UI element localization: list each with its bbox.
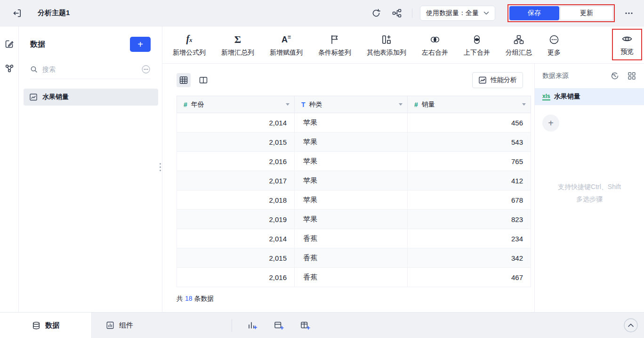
cell-type: 香蕉: [295, 229, 408, 248]
toolbar-item-group-summary[interactable]: 分组汇总: [506, 33, 532, 57]
toolbar-item-add-column-other-table[interactable]: 其他表添加列: [367, 33, 406, 57]
plus-icon: +: [137, 39, 143, 50]
cell-sales: 456: [408, 113, 531, 132]
column-filter-icon[interactable]: [522, 103, 526, 106]
cell-year: 2,015: [177, 248, 295, 268]
save-button[interactable]: 保存: [509, 6, 559, 20]
exit-icon: [12, 8, 22, 18]
cell-year: 2,014: [177, 113, 295, 132]
grid-view-icon: [179, 75, 188, 85]
cell-year: 2,014: [177, 229, 295, 248]
preview-eye-icon: [621, 33, 633, 44]
cell-year: 2,016: [177, 268, 295, 287]
formula-icon: fx: [186, 33, 192, 46]
table-header-row: # 年份 T 种类 #: [177, 96, 531, 113]
preview-button[interactable]: 预览: [612, 29, 642, 60]
save-update-highlight: 保存 更新: [507, 4, 615, 22]
cell-year: 2,015: [177, 132, 295, 152]
column-filter-icon[interactable]: [286, 103, 290, 106]
layout-grid-icon: [628, 72, 636, 80]
data-volume-dropdown[interactable]: 使用数据量：全量: [420, 6, 495, 21]
dataset-item[interactable]: 水果销量: [24, 89, 158, 106]
toolbar-item-merge-left-right[interactable]: 左右合并: [422, 33, 448, 57]
table-row[interactable]: 2,016 苹果 765: [177, 152, 531, 171]
cell-sales: 467: [408, 268, 531, 287]
lineage-icon: [392, 8, 402, 18]
table-row[interactable]: 2,018 苹果 678: [177, 190, 531, 210]
app: 分析主题1 使用数据量：全量 保存 更新: [0, 0, 644, 338]
strip-flow-button[interactable]: [2, 61, 16, 75]
shortcut-hint: 支持快捷键Ctrl、Shift 多选步骤: [535, 181, 644, 205]
toolbar-item-more[interactable]: 更多: [547, 33, 561, 57]
dataset-chart-icon: [29, 93, 38, 101]
merge-top-bottom-icon: [472, 34, 482, 45]
exit-button[interactable]: [9, 6, 24, 21]
cell-type: 香蕉: [295, 268, 408, 287]
panel-resize-handle[interactable]: [160, 163, 161, 171]
add-column-icon: [381, 34, 392, 45]
data-sidebar: 数据 + 水果销量: [19, 26, 162, 312]
bottom-bar-divider: [232, 319, 232, 332]
refresh-icon: [371, 8, 381, 18]
card-view-toggle[interactable]: [196, 73, 210, 87]
table-add-icon: [300, 320, 310, 330]
group-summary-icon: [514, 34, 524, 45]
component-chart-icon: [106, 321, 114, 330]
column-header-sales[interactable]: # 销量: [408, 96, 531, 113]
history-button[interactable]: [609, 70, 620, 82]
source-step-item[interactable]: xls 水果销量: [535, 88, 644, 105]
toolbar-item-merge-top-bottom[interactable]: 上下合并: [464, 33, 490, 57]
search-icon: [30, 66, 38, 73]
add-table-button[interactable]: [298, 318, 313, 333]
table-row[interactable]: 2,015 苹果 543: [177, 132, 531, 152]
tab-component[interactable]: 组件: [92, 313, 147, 338]
chart-add-icon: [247, 320, 258, 330]
table-row[interactable]: 2,015 香蕉 342: [177, 248, 531, 268]
arrange-steps-button[interactable]: [626, 70, 637, 82]
card-add-icon: [274, 320, 284, 330]
bottom-bar: 数据 组件: [0, 312, 644, 338]
more-button[interactable]: [621, 6, 636, 21]
cell-type: 苹果: [295, 210, 408, 229]
cell-sales: 765: [408, 152, 531, 171]
column-filter-icon[interactable]: [399, 103, 402, 106]
tab-data[interactable]: 数据: [0, 313, 92, 338]
toolbar-item-assign-column[interactable]: A= 新增赋值列: [270, 33, 303, 57]
add-dataset-button[interactable]: +: [130, 37, 151, 52]
performance-analysis-button[interactable]: 性能分析: [472, 72, 523, 88]
search-input[interactable]: [42, 66, 137, 73]
search-more-button[interactable]: [141, 65, 151, 74]
collapse-button[interactable]: [623, 318, 638, 333]
table-row[interactable]: 2,017 苹果 412: [177, 171, 531, 190]
column-header-type[interactable]: T 种类: [295, 96, 408, 113]
lineage-button[interactable]: [389, 6, 404, 21]
toolbar-item-condition-tag-column[interactable]: 条件标签列: [318, 33, 351, 57]
edit-icon: [5, 39, 14, 49]
table-row[interactable]: 2,019 苹果 823: [177, 210, 531, 229]
update-button[interactable]: 更新: [560, 6, 613, 20]
add-chart-button[interactable]: [245, 318, 260, 333]
cell-sales: 543: [408, 132, 531, 152]
table-body: 2,014 苹果 456 2,015 苹果 543 2,016 苹果 765: [177, 113, 531, 287]
column-header-year[interactable]: # 年份: [177, 96, 295, 113]
page-title: 分析主题1: [38, 8, 70, 17]
table-workspace: 性能分析 # 年份 T 种类: [162, 64, 534, 312]
cell-year: 2,019: [177, 210, 295, 229]
strip-edit-button[interactable]: [2, 37, 16, 51]
add-card-button[interactable]: [271, 318, 286, 333]
cell-sales: 823: [408, 210, 531, 229]
table-row[interactable]: 2,014 苹果 456: [177, 113, 531, 132]
toolbar-item-summary-column[interactable]: Σ 新增汇总列: [221, 33, 254, 57]
table-view-toggle[interactable]: [177, 73, 191, 87]
more-circle-icon: [549, 34, 559, 45]
add-step-button[interactable]: +: [542, 115, 559, 132]
toolbar-item-formula-column[interactable]: fx 新增公式列: [173, 33, 206, 57]
cell-type: 苹果: [295, 132, 408, 152]
refresh-button[interactable]: [369, 6, 384, 21]
table-row[interactable]: 2,016 香蕉 467: [177, 268, 531, 287]
cell-type: 苹果: [295, 171, 408, 190]
chevron-up-circle-icon: [623, 318, 638, 333]
left-icon-strip: [0, 26, 19, 312]
table-row[interactable]: 2,014 香蕉 234: [177, 229, 531, 248]
row-count: 共 18 条数据: [177, 295, 534, 303]
